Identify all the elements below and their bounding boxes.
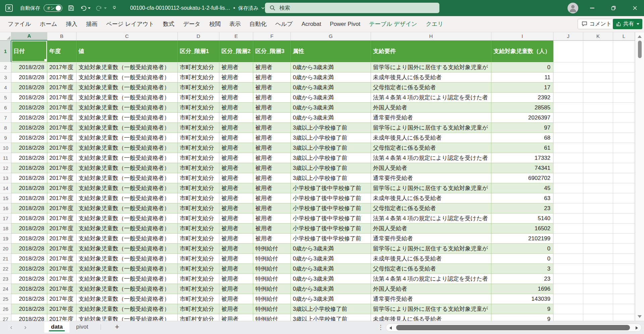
cell-F21[interactable]: 特例給付 (253, 254, 291, 264)
cell-F8[interactable]: 被用者 (253, 123, 291, 133)
row-header-23[interactable]: 23 (0, 274, 11, 284)
row-header-17[interactable]: 17 (0, 213, 11, 224)
column-header-I[interactable]: I (491, 32, 553, 41)
cell-G10[interactable]: 3歳以上小学校修了前 (291, 143, 371, 153)
cell-H15[interactable]: 未成年後見人に係る受給者 (371, 193, 491, 203)
cell-I16[interactable]: 23 (491, 203, 553, 213)
autosave-toggle[interactable]: オン (44, 4, 62, 12)
cell-E6[interactable]: 被用者 (219, 103, 253, 113)
cell-A13[interactable]: 2018/2/28 (11, 173, 47, 183)
row-header-3[interactable]: 3 (0, 73, 11, 83)
column-header-H[interactable]: H (371, 32, 491, 41)
cell-D11[interactable]: 市町村支給分 (178, 153, 219, 163)
cell-G27[interactable]: 3歳以上小学校修了前 (291, 314, 371, 321)
row-header-25[interactable]: 25 (0, 294, 11, 304)
cell-B22[interactable]: 2017年度 (47, 264, 76, 274)
cell-C14[interactable]: 支給対象児童数（一般受給資格者） (76, 183, 178, 193)
cell-B17[interactable]: 2017年度 (47, 213, 76, 224)
cell-G1[interactable]: 属性 (291, 41, 371, 62)
cell-K4[interactable] (583, 83, 613, 93)
cell-K25[interactable] (583, 294, 613, 304)
cell-K23[interactable] (583, 274, 613, 284)
cell-G8[interactable]: 3歳以上小学校修了前 (291, 123, 371, 133)
cell-J4[interactable] (553, 83, 583, 93)
row-header-8[interactable]: 8 (0, 123, 11, 133)
cell-L19[interactable] (613, 234, 635, 244)
document-title[interactable]: 00100-cfa-00100112-soukatu-1-2-full-lis… (130, 5, 230, 11)
cell-J7[interactable] (553, 113, 583, 123)
cell-D14[interactable]: 市町村支給分 (178, 183, 219, 193)
cell-C17[interactable]: 支給対象児童数（一般受給資格者） (76, 213, 178, 224)
cell-H16[interactable]: 父母指定者に係る受給者 (371, 203, 491, 213)
cell-E19[interactable]: 被用者 (219, 234, 253, 244)
cell-H2[interactable]: 留学等により国外に居住する支給対象児童が (371, 62, 491, 73)
column-header-D[interactable]: D (178, 32, 219, 41)
cell-C5[interactable]: 支給対象児童数（一般受給資格者） (76, 93, 178, 103)
cell-D2[interactable]: 市町村支給分 (178, 62, 219, 73)
cell-H24[interactable]: 外国人受給者 (371, 284, 491, 294)
cell-G17[interactable]: 小学校修了後中学校修了前 (291, 213, 371, 224)
cell-L17[interactable] (613, 213, 635, 224)
cell-D21[interactable]: 市町村支給分 (178, 254, 219, 264)
ribbon-tab-12[interactable]: Acrobat (297, 16, 326, 32)
cell-G2[interactable]: 0歳から3歳未満 (291, 62, 371, 73)
cell-L10[interactable] (613, 143, 635, 153)
cell-I2[interactable]: 0 (491, 62, 553, 73)
scroll-down-arrow[interactable] (638, 315, 642, 318)
cell-D23[interactable]: 市町村支給分 (178, 274, 219, 284)
cell-E3[interactable]: 被用者 (219, 73, 253, 83)
cell-K6[interactable] (583, 103, 613, 113)
cell-J12[interactable] (553, 163, 583, 173)
row-header-4[interactable]: 4 (0, 83, 11, 93)
cell-H13[interactable]: 通常要件受給者 (371, 173, 491, 183)
cell-E23[interactable]: 被用者 (219, 274, 253, 284)
cell-E16[interactable]: 被用者 (219, 203, 253, 213)
cell-L27[interactable] (613, 314, 635, 321)
cell-K5[interactable] (583, 93, 613, 103)
row-header-2[interactable]: 2 (0, 62, 11, 73)
cell-D13[interactable]: 市町村支給分 (178, 173, 219, 183)
column-header-K[interactable]: K (583, 32, 613, 41)
ribbon-tab-7[interactable]: データ (179, 16, 205, 32)
cell-B23[interactable]: 2017年度 (47, 274, 76, 284)
cell-A5[interactable]: 2018/2/28 (11, 93, 47, 103)
cell-G16[interactable]: 小学校修了後中学校修了前 (291, 203, 371, 213)
cell-K27[interactable] (583, 314, 613, 321)
cell-L23[interactable] (613, 274, 635, 284)
cell-I12[interactable]: 74341 (491, 163, 553, 173)
share-button[interactable]: 共有 (613, 19, 642, 29)
cell-H7[interactable]: 通常要件受給者 (371, 113, 491, 123)
redo-button[interactable] (96, 5, 107, 11)
cell-H27[interactable]: 未成年後見人に係る受給者 (371, 314, 491, 321)
cell-J23[interactable] (553, 274, 583, 284)
cell-E21[interactable]: 被用者 (219, 254, 253, 264)
cell-A27[interactable]: 2018/2/28 (11, 314, 47, 321)
cell-J26[interactable] (553, 304, 583, 314)
cell-L13[interactable] (613, 173, 635, 183)
cell-D19[interactable]: 市町村支給分 (178, 234, 219, 244)
cell-L15[interactable] (613, 193, 635, 203)
cell-J21[interactable] (553, 254, 583, 264)
cell-J27[interactable] (553, 314, 583, 321)
cell-E24[interactable]: 被用者 (219, 284, 253, 294)
cell-D1[interactable]: 区分_階層1 (178, 41, 219, 62)
sheet-tab-data[interactable]: data (44, 321, 69, 333)
row-header-13[interactable]: 13 (0, 173, 11, 183)
cell-J9[interactable] (553, 133, 583, 143)
row-header-24[interactable]: 24 (0, 284, 11, 294)
cell-J5[interactable] (553, 93, 583, 103)
cell-K10[interactable] (583, 143, 613, 153)
cell-G3[interactable]: 0歳から3歳未満 (291, 73, 371, 83)
cell-F16[interactable]: 被用者 (253, 203, 291, 213)
cell-H21[interactable]: 未成年後見人に係る受給者 (371, 254, 491, 264)
add-sheet-button[interactable]: + (111, 321, 123, 333)
cell-H18[interactable]: 外国人受給者 (371, 224, 491, 234)
cell-D8[interactable]: 市町村支給分 (178, 123, 219, 133)
cell-G18[interactable]: 小学校修了後中学校修了前 (291, 224, 371, 234)
cell-I18[interactable]: 16502 (491, 224, 553, 234)
cell-H25[interactable]: 通常要件受給者 (371, 294, 491, 304)
cell-B27[interactable]: 2017年度 (47, 314, 76, 321)
cell-H4[interactable]: 父母指定者に係る受給者 (371, 83, 491, 93)
cell-D9[interactable]: 市町村支給分 (178, 133, 219, 143)
cell-B9[interactable]: 2017年度 (47, 133, 76, 143)
